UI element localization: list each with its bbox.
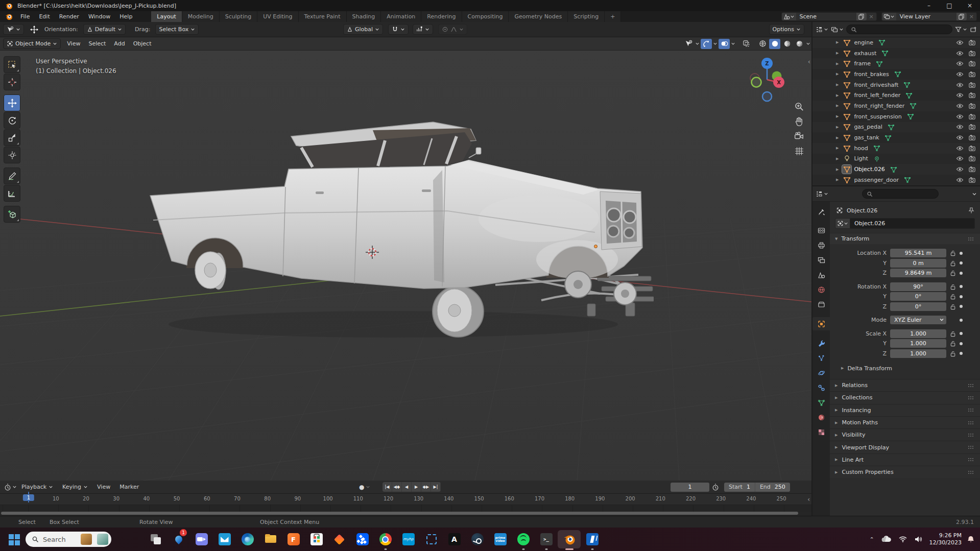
outliner-row[interactable]: ▶ front_brakes (812, 69, 980, 80)
properties-editor-dropdown[interactable] (816, 190, 828, 198)
animate-dot[interactable] (960, 295, 963, 298)
view-layer-unlink-button[interactable]: × (967, 13, 976, 20)
scene-unlink-button[interactable]: × (867, 13, 876, 20)
object-properties-tab[interactable] (812, 317, 830, 330)
topbar-menu[interactable]: Window (84, 11, 115, 22)
search-highlight-thumbnail[interactable] (81, 534, 92, 545)
workspace-tab[interactable]: + (605, 11, 621, 22)
chevron-down-icon[interactable] (695, 41, 700, 46)
record-button[interactable]: ● (359, 484, 364, 491)
animate-dot[interactable] (960, 252, 963, 255)
outliner-row[interactable]: ▶ gas_pedal (812, 122, 980, 133)
disable-render-camera-icon[interactable] (968, 176, 976, 184)
view-layer-selector[interactable]: View Layer × (881, 12, 977, 21)
chevron-down-icon[interactable] (731, 41, 735, 46)
collapsed-panel[interactable]: ▶ Line Art (830, 453, 980, 466)
tray-expand-icon[interactable]: ⌃ (869, 536, 874, 543)
lock-icon[interactable] (949, 330, 957, 337)
hide-eye-icon[interactable] (956, 134, 964, 141)
timeline-editor-dropdown[interactable] (4, 484, 17, 491)
start-button[interactable] (7, 533, 20, 546)
diamond-app-taskbar-icon[interactable] (328, 530, 351, 548)
lock-icon[interactable] (949, 350, 957, 357)
transform-value-field[interactable]: 1.000 (890, 339, 946, 348)
topbar-menu[interactable]: Help (115, 11, 137, 22)
transform-value-field[interactable]: 1.000 (890, 349, 946, 358)
animate-dot[interactable] (960, 342, 963, 345)
ms-store-taskbar-icon[interactable] (305, 530, 328, 548)
workspace-tab[interactable]: Sculpting (220, 11, 257, 22)
scale-tool[interactable] (4, 129, 20, 146)
wireframe-shading-button[interactable] (757, 39, 768, 49)
chrome-taskbar-icon[interactable] (374, 530, 397, 548)
drag-grip-icon[interactable] (968, 396, 975, 400)
drag-grip-icon[interactable] (968, 237, 975, 241)
world-properties-tab[interactable] (814, 283, 828, 296)
hide-eye-icon[interactable] (956, 60, 964, 67)
file-explorer-taskbar-icon[interactable] (259, 530, 282, 548)
transform-value-field[interactable]: 0° (890, 292, 946, 301)
material-preview-button[interactable] (781, 39, 793, 49)
add-cube-tool[interactable] (4, 206, 20, 223)
rendered-shading-button[interactable] (794, 39, 805, 49)
workspace-tab[interactable]: Modeling (182, 11, 220, 22)
drag-dropdown[interactable]: Select Box (155, 24, 199, 35)
collapsed-panel[interactable]: ▶ Instancing (830, 404, 980, 416)
workspace-tab[interactable]: Rendering (421, 11, 462, 22)
disable-render-camera-icon[interactable] (968, 60, 976, 67)
chevron-down-icon[interactable] (366, 485, 370, 489)
chat-taskbar-icon[interactable] (190, 530, 213, 548)
expand-arrow-icon[interactable]: ▶ (836, 104, 839, 108)
annotate-tool[interactable] (4, 167, 20, 184)
disable-render-camera-icon[interactable] (968, 81, 976, 89)
playhead[interactable]: 1 (23, 494, 34, 501)
edge-taskbar-icon[interactable] (236, 530, 259, 548)
hide-eye-icon[interactable] (956, 102, 964, 110)
chevron-down-icon[interactable] (713, 41, 718, 46)
transport-button[interactable]: ▶| (431, 482, 441, 492)
mode-dropdown[interactable]: Object Mode (3, 38, 61, 49)
show-overlays-toggle[interactable] (719, 39, 730, 49)
maximize-button[interactable]: □ (939, 0, 960, 11)
collapsed-panel[interactable]: ▶ Collections (830, 391, 980, 403)
outliner-filter-dropdown[interactable] (955, 26, 967, 33)
viewport-menu[interactable]: Object (129, 40, 156, 47)
hide-eye-icon[interactable] (956, 39, 964, 46)
steam-taskbar-icon[interactable] (466, 530, 489, 548)
a-app-taskbar-icon[interactable]: A (443, 530, 466, 548)
expand-arrow-icon[interactable]: ▶ (836, 167, 839, 172)
delta-transform-panel[interactable]: ▶Delta Transform (830, 363, 980, 374)
transform-value-field[interactable]: XYZ Euler (890, 316, 946, 324)
transport-button[interactable]: |◀ (383, 482, 392, 492)
expand-arrow-icon[interactable]: ▶ (836, 178, 839, 182)
onedrive-cloud-icon[interactable] (881, 536, 892, 543)
transform-value-field[interactable]: 0 m (890, 259, 946, 268)
view-layer-properties-tab[interactable] (814, 253, 828, 267)
volume-icon[interactable] (914, 536, 922, 543)
terminal-taskbar-icon[interactable]: >_ (535, 530, 558, 548)
outliner-row[interactable]: ▶ hood (812, 143, 980, 154)
timeline-menu[interactable]: Playback (17, 484, 58, 490)
hide-eye-icon[interactable] (956, 145, 964, 152)
expand-arrow-icon[interactable]: ▶ (836, 72, 839, 76)
cursor-tool[interactable] (4, 74, 20, 90)
material-properties-tab[interactable] (814, 411, 828, 424)
hide-eye-icon[interactable] (956, 165, 964, 173)
texture-properties-tab[interactable] (814, 425, 828, 439)
outliner-filter-mode-dropdown[interactable] (831, 26, 844, 33)
hide-eye-icon[interactable] (956, 113, 964, 121)
sidebar-collapse-arrow[interactable]: ‹ (808, 58, 810, 65)
disable-render-camera-icon[interactable] (968, 39, 976, 46)
disable-render-camera-icon[interactable] (968, 102, 976, 110)
transform-value-field[interactable]: 90° (890, 282, 946, 291)
viewport-menu[interactable]: View (63, 40, 84, 47)
view-layer-copy-button[interactable] (957, 13, 967, 20)
timeline-menu[interactable]: View (92, 484, 115, 490)
fusion-360-taskbar-icon[interactable]: F (282, 530, 305, 548)
outliner-row[interactable]: ▶ frame (812, 58, 980, 69)
workspace-tab[interactable]: Compositing (462, 11, 509, 22)
expand-arrow-icon[interactable]: ▶ (836, 157, 839, 161)
notification-bell-icon[interactable] (967, 535, 975, 543)
collapsed-panel[interactable]: ▶ Custom Properties (830, 466, 980, 478)
object-name-field[interactable] (850, 218, 975, 229)
